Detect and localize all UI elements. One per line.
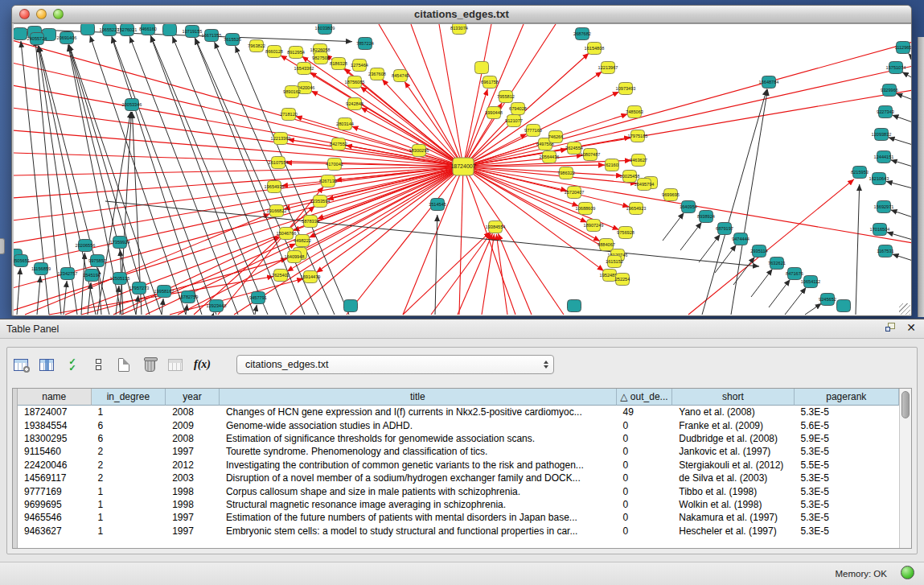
table-settings-button[interactable]	[14, 355, 28, 374]
table-cell[interactable]: 0	[617, 446, 673, 457]
table-selector-dropdown[interactable]: citations_edges.txt	[236, 355, 554, 374]
column-header-3[interactable]: title	[220, 389, 617, 406]
table-cell[interactable]: 5.6E-5	[795, 420, 899, 431]
table-cell[interactable]: 5.3E-5	[795, 499, 899, 510]
table-cell[interactable]: Wolkin et al. (1998)	[672, 499, 794, 510]
new-column-button[interactable]	[117, 355, 131, 374]
table-cell[interactable]: 2	[92, 472, 166, 484]
minimize-window-icon[interactable]	[36, 9, 47, 19]
table-cell[interactable]: 0	[617, 499, 673, 510]
graph-node[interactable]	[837, 300, 851, 312]
table-cell[interactable]: Tourette syndrome. Phenomenology and cla…	[220, 446, 617, 457]
table-row[interactable]: 2242004622012Investigating the contribut…	[18, 459, 899, 472]
table-row[interactable]: 1938455462009Genome-wide association stu…	[18, 418, 899, 431]
table-cell[interactable]: Estimation of significance thresholds fo…	[220, 433, 617, 444]
table-cell[interactable]: 1997	[166, 512, 220, 523]
table-cell[interactable]: 2012	[166, 459, 220, 471]
table-cell[interactable]: 49	[617, 406, 673, 418]
table-cell[interactable]: Nakamura et al. (1997)	[672, 512, 794, 523]
table-row[interactable]: 911546021997Tourette syndrome. Phenomeno…	[18, 445, 899, 458]
table-cell[interactable]: 1997	[166, 525, 220, 537]
close-window-icon[interactable]	[19, 9, 30, 19]
network-window[interactable]: citations_edges.txt 24055724206914061065…	[11, 5, 912, 316]
table-cell[interactable]: 0	[617, 525, 673, 537]
graph-node[interactable]	[475, 62, 489, 74]
table-row[interactable]: 946554611997Estimation of the future num…	[18, 511, 899, 524]
table-cell[interactable]: 6	[92, 433, 166, 444]
column-header-1[interactable]: in_degree	[92, 389, 166, 406]
table-cell[interactable]: Structural magnetic resonance image aver…	[220, 499, 617, 510]
close-panel-icon[interactable]: ✕	[906, 322, 916, 333]
table-cell[interactable]: 9463627	[18, 525, 92, 537]
table-cell[interactable]: 1	[92, 512, 166, 523]
table-cell[interactable]: Franke et al. (2009)	[672, 420, 794, 431]
table-cell[interactable]: 1998	[166, 486, 220, 497]
table-cell[interactable]: 1	[92, 499, 166, 510]
table-cell[interactable]: Corpus callosum shape and size in male p…	[220, 486, 617, 497]
table-cell[interactable]: 6	[92, 420, 166, 431]
table-row[interactable]: 969969511998Structural magnetic resonanc…	[18, 498, 899, 511]
table-cell[interactable]: 2	[92, 459, 166, 471]
table-cell[interactable]: 9465546	[18, 512, 92, 523]
float-panel-icon[interactable]	[885, 323, 897, 332]
table-cell[interactable]: 19384554	[18, 420, 92, 431]
delete-column-button[interactable]	[142, 355, 157, 374]
table-cell[interactable]: 0	[617, 433, 673, 444]
table-cell[interactable]: Genome-wide association studies in ADHD.	[220, 420, 617, 431]
table-cell[interactable]: 9777169	[18, 486, 92, 497]
function-builder-button[interactable]: f(x)	[194, 355, 211, 374]
graph-node[interactable]	[163, 24, 177, 36]
table-cell[interactable]: 2008	[166, 406, 220, 418]
table-row[interactable]: 1872400712008Changes of HCN gene express…	[18, 406, 899, 418]
table-row[interactable]: 1456911722003Disruption of a novel membe…	[18, 472, 899, 484]
table-cell[interactable]: 5.5E-5	[795, 459, 899, 471]
network-canvas[interactable]: 2405572420691406106552271527602184661601…	[14, 23, 911, 315]
table-cell[interactable]: 1	[92, 486, 166, 497]
table-cell[interactable]: 1997	[166, 446, 220, 457]
table-cell[interactable]: 5.3E-5	[795, 486, 899, 497]
table-cell[interactable]: 14569117	[18, 472, 92, 484]
citation-network-graph[interactable]: 2405572420691406106552271527602184661601…	[14, 24, 911, 315]
table-cell[interactable]: 5.3E-5	[795, 512, 899, 523]
column-header-0[interactable]: name	[18, 389, 92, 406]
table-cell[interactable]: Changes of HCN gene expression and I(f) …	[220, 406, 617, 418]
table-cell[interactable]: Jankovic et al. (1997)	[672, 446, 794, 457]
table-cell[interactable]: 2009	[166, 420, 220, 431]
graph-node[interactable]	[81, 24, 95, 35]
table-cell[interactable]: 22420046	[18, 459, 92, 471]
table-cell[interactable]: Embryonic stem cells: a model to study s…	[220, 525, 617, 537]
table-cell[interactable]: 2	[92, 446, 166, 457]
graph-node[interactable]	[14, 28, 27, 40]
table-vertical-scrollbar[interactable]	[899, 389, 911, 548]
table-cell[interactable]: 5.3E-5	[795, 446, 899, 457]
zoom-window-icon[interactable]	[53, 9, 64, 19]
table-row[interactable]: 1830029562008Estimation of significance …	[18, 432, 899, 445]
table-cell[interactable]: 1	[92, 525, 166, 537]
table-cell[interactable]: Tibbo et al. (1998)	[672, 486, 794, 497]
table-cell[interactable]: 0	[617, 459, 673, 471]
table-cell[interactable]: Investigating the contribution of common…	[220, 459, 617, 471]
table-cell[interactable]: 2008	[166, 433, 220, 444]
graph-node[interactable]	[344, 300, 358, 312]
column-header-6[interactable]: pagerank	[795, 389, 899, 406]
table-cell[interactable]: 0	[617, 420, 673, 431]
select-columns-button[interactable]	[39, 355, 54, 374]
graph-node[interactable]	[568, 300, 581, 312]
table-cell[interactable]: 2003	[166, 472, 220, 484]
table-cell[interactable]: 0	[617, 512, 673, 523]
table-cell[interactable]: 5.9E-5	[795, 433, 899, 444]
table-cell[interactable]: 1	[92, 406, 166, 418]
table-cell[interactable]: 18300295	[18, 433, 92, 444]
table-row[interactable]: 977716911998Corpus callosum shape and si…	[18, 484, 899, 497]
table-cell[interactable]: Yano et al. (2008)	[672, 406, 794, 418]
table-cell[interactable]: 9115460	[18, 446, 92, 457]
table-cell[interactable]: 1998	[166, 499, 220, 510]
table-cell[interactable]: Estimation of the future numbers of pati…	[220, 512, 617, 523]
table-cell[interactable]: Dudbridge et al. (2008)	[672, 433, 794, 444]
column-header-5[interactable]: short	[672, 389, 794, 406]
table-cell[interactable]: 5.3E-5	[795, 472, 899, 484]
window-resize-grip[interactable]	[899, 303, 910, 315]
table-cell[interactable]: de Silva et al. (2003)	[672, 472, 794, 484]
import-table-button[interactable]	[168, 355, 183, 374]
table-row[interactable]: 946362711997Embryonic stem cells: a mode…	[18, 525, 899, 538]
